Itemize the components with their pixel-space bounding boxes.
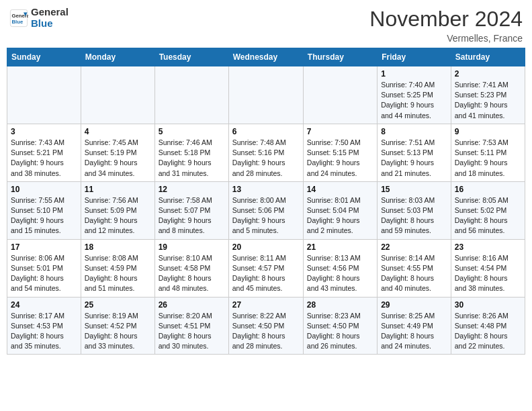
calendar-cell: 27Sunrise: 8:22 AM Sunset: 4:50 PM Dayli… <box>228 297 303 355</box>
day-info: Sunrise: 8:17 AM Sunset: 4:53 PM Dayligh… <box>11 311 77 352</box>
weekday-header-saturday: Saturday <box>451 48 525 66</box>
calendar-cell: 11Sunrise: 7:56 AM Sunset: 5:09 PM Dayli… <box>81 181 154 239</box>
day-info: Sunrise: 8:20 AM Sunset: 4:51 PM Dayligh… <box>159 311 225 352</box>
day-number: 14 <box>307 185 373 194</box>
day-info: Sunrise: 8:01 AM Sunset: 5:04 PM Dayligh… <box>307 195 373 236</box>
day-number: 5 <box>159 127 225 136</box>
day-number: 16 <box>455 185 521 194</box>
calendar-cell: 2Sunrise: 7:41 AM Sunset: 5:23 PM Daylig… <box>451 66 525 124</box>
week-row-2: 3Sunrise: 7:43 AM Sunset: 5:21 PM Daylig… <box>7 124 525 181</box>
weekday-header-row: SundayMondayTuesdayWednesdayThursdayFrid… <box>7 48 525 66</box>
week-row-1: 1Sunrise: 7:40 AM Sunset: 5:25 PM Daylig… <box>7 66 525 124</box>
calendar-cell: 30Sunrise: 8:26 AM Sunset: 4:48 PM Dayli… <box>451 297 525 355</box>
day-number: 27 <box>232 300 300 310</box>
weekday-header-friday: Friday <box>378 48 451 66</box>
day-info: Sunrise: 7:40 AM Sunset: 5:25 PM Dayligh… <box>381 80 447 121</box>
logo-blue: Blue <box>31 17 53 29</box>
day-info: Sunrise: 8:11 AM Sunset: 4:57 PM Dayligh… <box>232 253 300 294</box>
calendar-cell: 10Sunrise: 7:55 AM Sunset: 5:10 PM Dayli… <box>7 181 81 239</box>
day-number: 20 <box>232 242 300 252</box>
day-number: 13 <box>232 185 300 194</box>
month-title: November 2024 <box>369 7 523 32</box>
day-info: Sunrise: 8:08 AM Sunset: 4:59 PM Dayligh… <box>85 253 151 294</box>
calendar-cell <box>154 66 228 124</box>
day-info: Sunrise: 8:16 AM Sunset: 4:54 PM Dayligh… <box>455 253 521 294</box>
calendar-cell: 14Sunrise: 8:01 AM Sunset: 5:04 PM Dayli… <box>303 181 377 239</box>
day-info: Sunrise: 7:53 AM Sunset: 5:11 PM Dayligh… <box>455 138 521 179</box>
day-info: Sunrise: 7:58 AM Sunset: 5:07 PM Dayligh… <box>159 195 225 236</box>
logo-general: General <box>31 6 69 17</box>
day-number: 11 <box>85 185 151 194</box>
day-info: Sunrise: 8:23 AM Sunset: 4:50 PM Dayligh… <box>307 311 373 352</box>
weekday-header-sunday: Sunday <box>7 48 81 66</box>
day-info: Sunrise: 7:48 AM Sunset: 5:16 PM Dayligh… <box>232 138 300 179</box>
day-info: Sunrise: 7:41 AM Sunset: 5:23 PM Dayligh… <box>455 80 521 121</box>
calendar-cell <box>228 66 303 124</box>
day-number: 18 <box>85 242 151 252</box>
day-info: Sunrise: 8:26 AM Sunset: 4:48 PM Dayligh… <box>455 311 521 352</box>
day-number: 1 <box>381 69 447 79</box>
day-number: 15 <box>381 185 447 194</box>
day-number: 28 <box>307 300 373 310</box>
day-number: 24 <box>11 300 77 310</box>
calendar-cell: 23Sunrise: 8:16 AM Sunset: 4:54 PM Dayli… <box>451 239 525 297</box>
calendar-cell: 7Sunrise: 7:50 AM Sunset: 5:15 PM Daylig… <box>303 124 377 181</box>
day-number: 23 <box>455 242 521 252</box>
calendar-cell <box>7 66 81 124</box>
calendar-cell: 17Sunrise: 8:06 AM Sunset: 5:01 PM Dayli… <box>7 239 81 297</box>
weekday-header-tuesday: Tuesday <box>154 48 228 66</box>
day-info: Sunrise: 8:05 AM Sunset: 5:02 PM Dayligh… <box>455 195 521 236</box>
week-row-3: 10Sunrise: 7:55 AM Sunset: 5:10 PM Dayli… <box>7 181 525 239</box>
calendar-cell: 24Sunrise: 8:17 AM Sunset: 4:53 PM Dayli… <box>7 297 81 355</box>
day-number: 22 <box>381 242 447 252</box>
calendar-cell: 29Sunrise: 8:25 AM Sunset: 4:49 PM Dayli… <box>378 297 451 355</box>
day-number: 17 <box>11 242 77 252</box>
day-number: 21 <box>307 242 373 252</box>
weekday-header-monday: Monday <box>81 48 154 66</box>
title-block: November 2024 Vermelles, France <box>369 7 523 44</box>
day-info: Sunrise: 8:10 AM Sunset: 4:58 PM Dayligh… <box>159 253 225 294</box>
day-number: 25 <box>85 300 151 310</box>
calendar-cell: 16Sunrise: 8:05 AM Sunset: 5:02 PM Dayli… <box>451 181 525 239</box>
page-header: General Blue General Blue November 2024 … <box>7 7 525 44</box>
weekday-header-wednesday: Wednesday <box>228 48 303 66</box>
day-info: Sunrise: 7:46 AM Sunset: 5:18 PM Dayligh… <box>159 138 225 179</box>
day-number: 30 <box>455 300 521 310</box>
day-info: Sunrise: 7:56 AM Sunset: 5:09 PM Dayligh… <box>85 195 151 236</box>
calendar-cell: 1Sunrise: 7:40 AM Sunset: 5:25 PM Daylig… <box>378 66 451 124</box>
day-info: Sunrise: 7:55 AM Sunset: 5:10 PM Dayligh… <box>11 195 77 236</box>
calendar-cell: 4Sunrise: 7:45 AM Sunset: 5:19 PM Daylig… <box>81 124 154 181</box>
calendar-cell: 20Sunrise: 8:11 AM Sunset: 4:57 PM Dayli… <box>228 239 303 297</box>
calendar-cell: 18Sunrise: 8:08 AM Sunset: 4:59 PM Dayli… <box>81 239 154 297</box>
day-number: 3 <box>11 127 77 136</box>
weekday-header-thursday: Thursday <box>303 48 377 66</box>
calendar-table: SundayMondayTuesdayWednesdayThursdayFrid… <box>7 48 525 355</box>
day-number: 7 <box>307 127 373 136</box>
calendar-cell: 12Sunrise: 7:58 AM Sunset: 5:07 PM Dayli… <box>154 181 228 239</box>
day-number: 4 <box>85 127 151 136</box>
day-info: Sunrise: 8:25 AM Sunset: 4:49 PM Dayligh… <box>381 311 447 352</box>
day-number: 8 <box>381 127 447 136</box>
day-number: 2 <box>455 69 521 79</box>
day-number: 19 <box>159 242 225 252</box>
day-number: 9 <box>455 127 521 136</box>
calendar-cell: 25Sunrise: 8:19 AM Sunset: 4:52 PM Dayli… <box>81 297 154 355</box>
location-label: Vermelles, France <box>369 33 523 44</box>
day-info: Sunrise: 8:06 AM Sunset: 5:01 PM Dayligh… <box>11 253 77 294</box>
day-info: Sunrise: 8:22 AM Sunset: 4:50 PM Dayligh… <box>232 311 300 352</box>
day-info: Sunrise: 7:50 AM Sunset: 5:15 PM Dayligh… <box>307 138 373 179</box>
day-info: Sunrise: 7:51 AM Sunset: 5:13 PM Dayligh… <box>381 138 447 179</box>
svg-text:Blue: Blue <box>12 19 24 25</box>
logo: General Blue General Blue <box>9 7 69 29</box>
day-number: 10 <box>11 185 77 194</box>
calendar-cell: 5Sunrise: 7:46 AM Sunset: 5:18 PM Daylig… <box>154 124 228 181</box>
calendar-cell: 3Sunrise: 7:43 AM Sunset: 5:21 PM Daylig… <box>7 124 81 181</box>
day-number: 6 <box>232 127 300 136</box>
day-info: Sunrise: 8:13 AM Sunset: 4:56 PM Dayligh… <box>307 253 373 294</box>
calendar-cell <box>303 66 377 124</box>
calendar-cell: 26Sunrise: 8:20 AM Sunset: 4:51 PM Dayli… <box>154 297 228 355</box>
logo-icon: General Blue <box>9 9 28 28</box>
calendar-cell: 21Sunrise: 8:13 AM Sunset: 4:56 PM Dayli… <box>303 239 377 297</box>
day-info: Sunrise: 7:45 AM Sunset: 5:19 PM Dayligh… <box>85 138 151 179</box>
calendar-cell: 28Sunrise: 8:23 AM Sunset: 4:50 PM Dayli… <box>303 297 377 355</box>
